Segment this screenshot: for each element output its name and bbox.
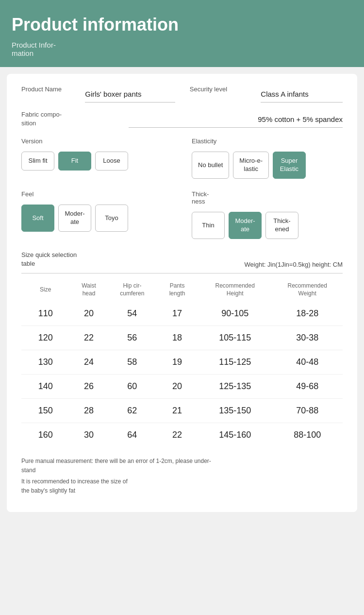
feel-buttons: Soft Moder-ate Toyo: [21, 205, 172, 232]
version-elasticity-row: Version Slim fit Fit Loose Elasticity No…: [21, 137, 343, 179]
size-table-body: 11020541790-10518-28120225618105-11530-3…: [21, 302, 343, 447]
table-cell: 28: [69, 398, 108, 423]
product-row2: Fabric compo- sition 95% cotton + 5% spa…: [21, 110, 343, 128]
col-height: RecommendedHeight: [198, 278, 272, 301]
table-cell: 18-28: [272, 302, 343, 326]
table-cell: 54: [108, 302, 156, 326]
security-value: Class A infants: [261, 90, 343, 102]
table-cell: 64: [108, 423, 156, 447]
table-cell: 24: [69, 350, 108, 374]
table-cell: 160: [21, 423, 69, 447]
product-name-value-cell: Girls' boxer pants: [85, 90, 175, 102]
weight-note: Weight: Jin(1Jin=0.5kg) height: CM: [245, 261, 343, 268]
table-row: 160306422145-16088-100: [21, 423, 343, 447]
table-cell: 60: [108, 374, 156, 398]
table-cell: 22: [156, 423, 198, 447]
security-label-cell: Security level: [190, 85, 251, 102]
table-cell: 110: [21, 302, 69, 326]
table-cell: 20: [69, 302, 108, 326]
thickness-label: Thick- ness: [192, 190, 343, 205]
table-cell: 20: [156, 374, 198, 398]
elasticity-micro-btn[interactable]: Micro-e-lastic: [233, 152, 269, 179]
table-row: 130245819115-12540-48: [21, 350, 343, 374]
elasticity-no-btn[interactable]: No bullet: [192, 152, 229, 179]
feel-toyo-btn[interactable]: Toyo: [95, 205, 128, 232]
thickness-thickened-btn[interactable]: Thick-ened: [265, 212, 298, 239]
size-table: Size Waisthead Hip cir-cumferen Pantslen…: [21, 278, 343, 446]
feel-soft-btn[interactable]: Soft: [21, 205, 54, 232]
table-row: 150286221135-15070-88: [21, 398, 343, 423]
fabric-label: Fabric compo- sition: [21, 110, 129, 128]
table-cell: 130: [21, 350, 69, 374]
page-title: Product information: [12, 15, 352, 35]
version-fit-btn[interactable]: Fit: [58, 152, 91, 171]
table-cell: 70-88: [272, 398, 343, 423]
table-cell: 30-38: [272, 325, 343, 350]
feel-thickness-row: Feel Soft Moder-ate Toyo Thick- ness Thi…: [21, 190, 343, 239]
version-label: Version: [21, 137, 172, 145]
table-cell: 58: [108, 350, 156, 374]
footnote-1: Pure manual measurement: there will be a…: [21, 457, 343, 475]
table-cell: 30: [69, 423, 108, 447]
elasticity-group: Elasticity No bullet Micro-e-lastic Supe…: [192, 137, 343, 179]
product-name-label: Product Name: [21, 85, 70, 93]
table-row: 140266020125-13549-68: [21, 374, 343, 398]
table-row: 120225618105-11530-38: [21, 325, 343, 350]
thickness-moderate-btn[interactable]: Moder-ate: [229, 212, 262, 239]
security-label: Security level: [190, 85, 251, 93]
table-cell: 21: [156, 398, 198, 423]
col-pants: Pantslength: [156, 278, 198, 301]
breadcrumb: Product Infor- mation: [12, 41, 352, 57]
table-cell: 18: [156, 325, 198, 350]
feel-group: Feel Soft Moder-ate Toyo: [21, 190, 172, 239]
size-quick-label: Size quick selection table: [21, 251, 77, 268]
version-buttons: Slim fit Fit Loose: [21, 152, 172, 171]
table-cell: 150: [21, 398, 69, 423]
table-cell: 22: [69, 325, 108, 350]
col-hip: Hip cir-cumferen: [108, 278, 156, 301]
footnotes: Pure manual measurement: there will be a…: [21, 457, 343, 496]
version-slim-btn[interactable]: Slim fit: [21, 152, 54, 171]
table-cell: 56: [108, 325, 156, 350]
table-cell: 17: [156, 302, 198, 326]
security-value-cell: Class A infants: [261, 90, 343, 102]
table-cell: 120: [21, 325, 69, 350]
version-group: Version Slim fit Fit Loose: [21, 137, 172, 179]
table-cell: 105-115: [198, 325, 272, 350]
thickness-group: Thick- ness Thin Moder-ate Thick-ened: [192, 190, 343, 239]
table-cell: 135-150: [198, 398, 272, 423]
col-weight: RecommendedWeight: [272, 278, 343, 301]
table-cell: 125-135: [198, 374, 272, 398]
table-cell: 140: [21, 374, 69, 398]
table-cell: 145-160: [198, 423, 272, 447]
product-name-label-cell: Product Name: [21, 85, 70, 102]
fabric-value: 95% cotton + 5% spandex: [129, 115, 343, 128]
footnote-2: It is recommended to increase the size o…: [21, 477, 343, 495]
thickness-buttons: Thin Moder-ate Thick-ened: [192, 212, 343, 239]
product-info-section: Product Name Girls' boxer pants Security…: [21, 85, 343, 128]
table-cell: 62: [108, 398, 156, 423]
table-cell: 49-68: [272, 374, 343, 398]
feel-label: Feel: [21, 190, 172, 198]
table-cell: 26: [69, 374, 108, 398]
table-row: 11020541790-10518-28: [21, 302, 343, 326]
table-cell: 115-125: [198, 350, 272, 374]
table-header-row: Size Waisthead Hip cir-cumferen Pantslen…: [21, 278, 343, 301]
table-cell: 88-100: [272, 423, 343, 447]
col-size: Size: [21, 278, 69, 301]
page-header: Product information Product Infor- matio…: [0, 0, 364, 67]
table-cell: 90-105: [198, 302, 272, 326]
elasticity-label: Elasticity: [192, 137, 343, 145]
product-name-value: Girls' boxer pants: [85, 90, 175, 102]
size-table-header: Size quick selection table Weight: Jin(1…: [21, 251, 343, 273]
table-cell: 19: [156, 350, 198, 374]
elasticity-buttons: No bullet Micro-e-lastic SuperElastic: [192, 152, 343, 179]
thickness-thin-btn[interactable]: Thin: [192, 212, 225, 239]
elasticity-super-btn[interactable]: SuperElastic: [273, 152, 306, 179]
version-loose-btn[interactable]: Loose: [95, 152, 128, 171]
table-cell: 40-48: [272, 350, 343, 374]
main-card: Product Name Girls' boxer pants Security…: [7, 74, 357, 512]
feel-moderate-btn[interactable]: Moder-ate: [58, 205, 91, 232]
size-section: Size quick selection table Weight: Jin(1…: [21, 251, 343, 447]
col-waist: Waisthead: [69, 278, 108, 301]
